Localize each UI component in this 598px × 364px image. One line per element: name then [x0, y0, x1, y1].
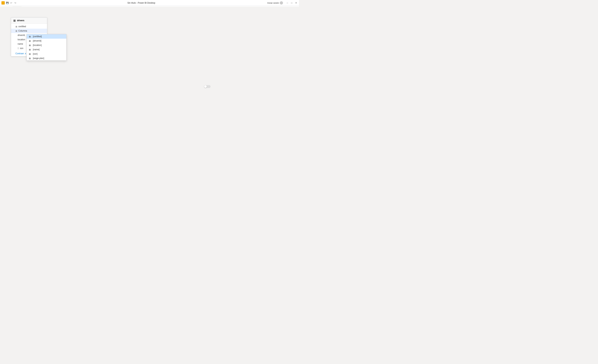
wageplan-ac-icon: ▦	[29, 57, 31, 59]
driverid-ac-label: [driverId]	[33, 40, 42, 42]
user-avatar	[280, 1, 283, 5]
name-ac-icon: ▦	[29, 49, 31, 51]
undo-btn[interactable]: ↩	[10, 1, 13, 4]
name-ac-label: [name]	[33, 48, 40, 51]
autocomplete-item-name[interactable]: ▦ [name]	[27, 47, 66, 52]
sign-in-label: Iniciar sesión	[267, 2, 279, 4]
title-bar-right: Iniciar sesión ─ □ ✕	[266, 1, 298, 5]
table-item-certified[interactable]: ▦ certified	[11, 27, 47, 29]
wageplan-ac-label: [wage-plan]	[33, 57, 44, 59]
ssn-ac-label: [ssn]	[33, 53, 37, 55]
center-column: ✕ ✓ 1 ⌄ ▦ [certified] ▦ [driverId] ▦ [lo	[8, 27, 197, 128]
certified-item-icon: ▦	[16, 27, 17, 28]
ssn-item-icon: Σ	[18, 47, 19, 49]
collapse-icon: ∧	[25, 52, 26, 55]
ssn-item-label: ssn	[20, 47, 24, 49]
redo-btn[interactable]: ↪	[14, 1, 17, 4]
title-bar-left: ⚡ 💾 ↩ ↪	[1, 1, 17, 5]
columna-item-icon: ▦	[16, 30, 17, 32]
certified-ac-icon: ▦	[29, 35, 31, 38]
sign-in-button[interactable]: Iniciar sesión	[266, 1, 284, 5]
driverid-item-label: driverId	[18, 34, 25, 36]
quick-save-btn[interactable]: 💾	[6, 1, 9, 4]
window-title: Sin título - Power BI Desktop	[127, 2, 155, 4]
autocomplete-item-location[interactable]: ▦ [location]	[27, 43, 66, 47]
autocomplete-item-certified[interactable]: ▦ [certified]	[27, 34, 66, 39]
minimize-button[interactable]: ─	[286, 1, 289, 4]
app-icon: ⚡	[1, 1, 5, 5]
location-item-label: location	[18, 38, 25, 41]
main-area: 📊 🗃 ⚡ 📈 ✕ ✓ 1 ⌄ ▦ [certified] ▦	[0, 27, 299, 128]
driverid-ac-icon: ▦	[29, 40, 31, 42]
columna-item-label: Columna	[18, 30, 27, 32]
title-bar: ⚡ 💾 ↩ ↪ Sin título - Power BI Desktop In…	[0, 0, 299, 6]
oculta-toggle[interactable]	[204, 85, 210, 88]
location-ac-icon: ▦	[29, 44, 31, 47]
autocomplete-item-ssn[interactable]: ▦ [ssn]	[27, 52, 66, 56]
close-button[interactable]: ✕	[295, 1, 298, 4]
collapse-label: Contraer	[16, 52, 24, 55]
certified-ac-label: [certified]	[33, 35, 42, 38]
location-ac-label: [location]	[33, 44, 42, 47]
autocomplete-item-wageplan[interactable]: ▦ [wage-plan]	[27, 56, 66, 60]
autocomplete-dropdown: ▦ [certified] ▦ [driverId] ▦ [location] …	[26, 34, 66, 61]
toggle-thumb	[204, 85, 207, 88]
autocomplete-item-driverid[interactable]: ▦ [driverId]	[27, 39, 66, 43]
maximize-button[interactable]: □	[290, 1, 293, 4]
table-item-columna[interactable]: ▦ Columna	[11, 29, 47, 33]
ssn-ac-icon: ▦	[29, 53, 31, 55]
certified-item-label: certified	[18, 27, 26, 28]
name-item-label: name	[18, 43, 23, 45]
